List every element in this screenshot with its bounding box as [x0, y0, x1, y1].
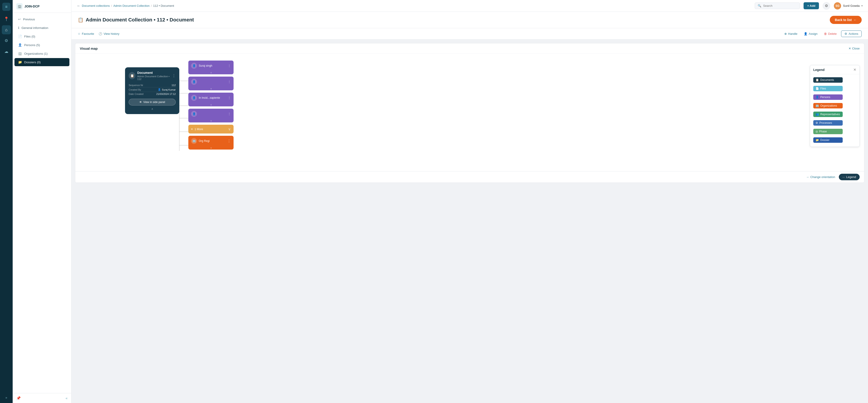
document-title-icon: 📋 [78, 17, 84, 23]
view-in-side-panel-button[interactable]: 👁 View in side panel [129, 99, 176, 105]
sidebar-item-files[interactable]: 📄 Files (0) [14, 32, 69, 40]
person-node-3-icon: 👤 [191, 95, 197, 101]
user-avatar: SG [834, 2, 841, 9]
legend-color-representatives: 👥 Representatives [813, 111, 843, 117]
person-node-1-icon: 👤 [191, 63, 197, 69]
person-node-3-more-icon[interactable]: ⋮ [228, 96, 231, 100]
sidebar-item-previous[interactable]: ↩ Previous [14, 15, 69, 23]
visual-map-close-button[interactable]: ✕ Close [848, 47, 860, 50]
delete-button[interactable]: 🗑 Delete [822, 31, 839, 36]
person-node-2-expand-button[interactable]: ∨ [188, 87, 234, 90]
change-orientation-button[interactable]: → Change orientation [806, 175, 835, 179]
organizations-icon: 🏢 [18, 52, 22, 55]
view-history-link[interactable]: 🕐 View history [99, 32, 119, 35]
rail-item-settings[interactable]: ⚙ [2, 36, 11, 45]
search-input[interactable] [763, 4, 797, 7]
add-button[interactable]: + Add [804, 2, 819, 9]
legend-color-organizations: 🏢 Organizations [813, 103, 843, 108]
legend-files-label: Files [820, 87, 826, 90]
more-node-left: ≡ 1 More [191, 127, 203, 131]
rail-expand-button[interactable]: » [4, 395, 9, 400]
action-bar: ☆ Favourite 🕐 View history ⊕ Handle 👤 As… [71, 28, 868, 39]
doc-field-created-by: Created By 👤 Suraj Kumar [129, 88, 176, 92]
assign-button[interactable]: 👤 Assign [802, 31, 819, 36]
user-info[interactable]: SG Sunil Gowda ▾ [834, 2, 863, 9]
person-node-1-expand-button[interactable]: ∨ [188, 71, 234, 74]
legend-item-representatives: 👥 Representatives [812, 110, 858, 118]
legend-color-files: 📄 Files [813, 86, 843, 91]
delete-icon: 🗑 [824, 32, 827, 35]
sidebar-item-label-previous: Previous [23, 18, 35, 21]
files-icon: 📄 [18, 35, 22, 38]
org-node-expand-button[interactable]: ∨ [188, 146, 234, 149]
org-node-left: 🏢 Org Regi [191, 138, 210, 144]
favourite-link[interactable]: ☆ Favourite [78, 32, 94, 35]
legend-panel: Legend ✕ 📋 Documents 📄 [810, 65, 860, 147]
sidebar-item-persons[interactable]: 👤 Persons (5) [14, 41, 69, 49]
doc-card-more-icon[interactable]: ⋮ [172, 74, 176, 78]
org-node-more-icon[interactable]: ⋮ [227, 139, 231, 143]
back-to-list-label: Back to list [835, 18, 852, 22]
date-created-value: 21/03/2024 17:12 [156, 93, 176, 95]
sidebar-item-dossiers[interactable]: 📁 Dossiers (0) [14, 58, 69, 66]
more-node-expand-icon[interactable]: ∨ [228, 127, 231, 131]
person-node-3-left: 👤 In Incid...sapiente [191, 95, 220, 101]
collapse-icon[interactable]: « [66, 396, 68, 400]
rail-item-home[interactable]: ⌂ [2, 25, 11, 34]
person-node-4-more-icon[interactable]: ⋮ [228, 112, 231, 116]
sidebar-item-general-information[interactable]: ℹ General information [14, 24, 69, 32]
person-node-2-left: 👤 [191, 79, 199, 85]
sidebar-item-label-files: Files (0) [24, 35, 35, 38]
page-title: 📋 Admin Document Collection • 112 • Docu… [78, 17, 194, 23]
view-history-label: View history [103, 32, 119, 35]
legend-dossier-icon: 📁 [815, 138, 819, 142]
person-node-2-more-icon[interactable]: ⋮ [228, 80, 231, 83]
legend-close-button[interactable]: ✕ [853, 68, 856, 72]
breadcrumb-admin-collection[interactable]: Admin Document Collection [113, 4, 150, 7]
doc-card-collapse-button[interactable]: ∧ [129, 107, 176, 110]
person-node-3-expand-button[interactable]: ∨ [188, 103, 234, 106]
eye-icon: 👁 [139, 101, 142, 104]
visual-map-canvas: 📋 Document Admin Document Collection • 1… [75, 54, 864, 171]
pin-icon[interactable]: 📌 [16, 396, 21, 400]
more-node-icon: ≡ [191, 127, 193, 131]
sidebar-item-label-organizations: Organizations (1) [24, 52, 48, 55]
rail-item-map[interactable]: 📍 [2, 14, 11, 24]
person-node-1-name: Suraj singh [199, 64, 212, 67]
person-icon: 👤 [158, 88, 161, 91]
person-node-1-more-icon[interactable]: ⋮ [228, 64, 231, 68]
chevron-down-icon: ▾ [862, 4, 863, 7]
handle-button[interactable]: ⊕ Handle [782, 31, 799, 36]
breadcrumb-back-arrow[interactable]: ← [77, 4, 81, 8]
person-node-1-wrapper: 👤 Suraj singh ⋮ ∨ [188, 61, 234, 74]
breadcrumb-doc-collections[interactable]: Document collections [82, 4, 110, 7]
doc-card-title: Document [137, 71, 172, 74]
legend-org-icon: 🏢 [815, 104, 819, 107]
topbar-right: 🔍 + Add ⚙ SG Sunil Gowda ▾ [755, 2, 863, 10]
legend-header: Legend ✕ [810, 65, 860, 74]
action-bar-right: ⊕ Handle 👤 Assign 🗑 Delete ⚙ Actions [782, 31, 862, 37]
person-node-2-icon: 👤 [191, 79, 197, 85]
legend-persons-icon: 👤 [815, 96, 819, 99]
person-node-4-expand-button[interactable]: ∨ [188, 119, 234, 123]
delete-label: Delete [828, 32, 837, 35]
visual-map-container: Visual map ✕ Close [75, 43, 864, 183]
back-to-list-button[interactable]: Back to list ← [830, 16, 862, 24]
person-node-1-left: 👤 Suraj singh [191, 63, 212, 69]
app-logo[interactable]: ≡ [2, 3, 10, 11]
view-side-panel-label: View in side panel [143, 101, 165, 104]
settings-icon[interactable]: ⚙ [823, 2, 830, 10]
legend-button[interactable]: ··· Legend [839, 174, 860, 180]
dossiers-icon: 📁 [18, 60, 22, 64]
legend-item-documents: 📋 Documents [812, 76, 858, 84]
rail-item-cloud[interactable]: ☁ [2, 47, 11, 56]
actions-button[interactable]: ⚙ Actions [841, 31, 862, 37]
legend-color-processes: ⚙ Processes [813, 120, 843, 126]
sidebar-item-organizations[interactable]: 🏢 Organizations (1) [14, 49, 69, 58]
handle-icon: ⊕ [784, 32, 787, 35]
actions-label: Actions [848, 32, 858, 35]
document-card: 📋 Document Admin Document Collection • 1… [125, 67, 179, 114]
sequence-label: Sequence Nr [129, 84, 143, 87]
search-box[interactable]: 🔍 [755, 2, 800, 9]
more-node[interactable]: ≡ 1 More ∨ [188, 125, 234, 134]
